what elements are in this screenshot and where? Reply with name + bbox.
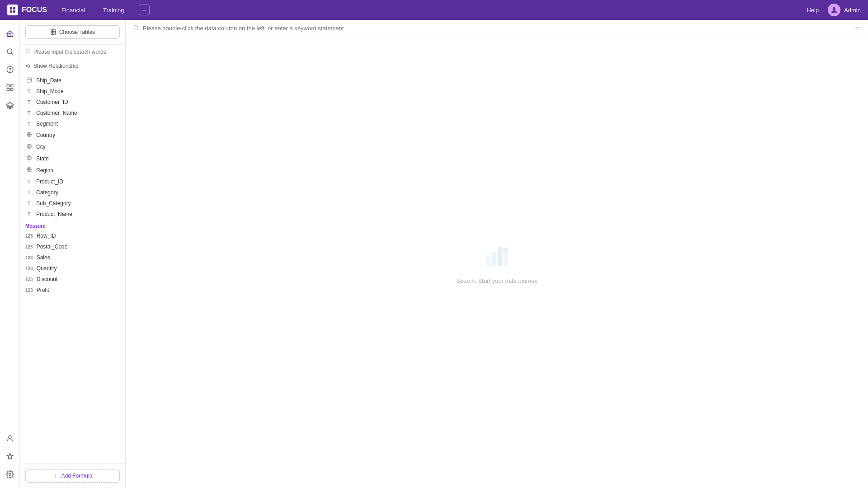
nav-help-link[interactable]: Help [807, 7, 819, 14]
svg-rect-9 [7, 84, 9, 87]
svg-point-23 [29, 64, 30, 66]
numeric-type-icon-5: 123 [25, 277, 33, 282]
svg-rect-51 [503, 249, 508, 251]
query-search-icon [133, 24, 139, 32]
table-icon [50, 29, 57, 35]
col-sales[interactable]: 123 Sales [20, 252, 125, 263]
col-sub-category[interactable]: T Sub_Category [20, 198, 125, 209]
svg-point-15 [9, 474, 11, 476]
nav-financial[interactable]: Financial [58, 5, 89, 15]
text-type-icon-5: T [25, 179, 33, 184]
logo[interactable]: FOCUS [7, 5, 47, 15]
empty-state: Search, Start your data journey [126, 37, 868, 488]
columns-list: Ship_Date T Ship_Mode T Customer_ID T Cu… [20, 73, 125, 463]
svg-rect-49 [503, 252, 508, 266]
col-ship-date[interactable]: Ship_Date [20, 75, 125, 86]
svg-rect-1 [13, 7, 15, 9]
col-sub-category-label: Sub_Category [36, 200, 71, 206]
col-city-label: City [36, 144, 46, 150]
col-ship-mode-label: Ship_Mode [36, 88, 64, 94]
col-row-id[interactable]: 123 Row_ID [20, 230, 125, 241]
sidebar-user-button[interactable] [2, 430, 18, 446]
col-postal-code[interactable]: 123 Postal_Code [20, 241, 125, 252]
col-category-label: Category [36, 189, 58, 196]
sidebar-search-button[interactable] [2, 43, 18, 60]
numeric-type-icon-3: 123 [25, 255, 33, 260]
search-field [20, 45, 125, 59]
text-type-icon-4: T [25, 121, 33, 127]
choose-tables-button[interactable]: Choose Tables [25, 25, 120, 39]
col-ship-mode[interactable]: T Ship_Mode [20, 86, 125, 97]
sidebar-grid-button[interactable] [2, 80, 18, 96]
numeric-type-icon-2: 123 [25, 244, 33, 249]
geo-type-icon-1 [25, 131, 33, 139]
geo-type-icon-2 [25, 143, 33, 150]
svg-rect-48 [498, 247, 502, 266]
relationship-icon [25, 63, 31, 69]
empty-state-icon [482, 241, 511, 272]
svg-point-22 [26, 66, 28, 67]
col-category[interactable]: T Category [20, 187, 125, 198]
add-formula-button[interactable]: Add Formula [25, 469, 120, 483]
svg-rect-12 [10, 89, 13, 91]
svg-line-26 [28, 66, 29, 67]
main-layout: Choose Tables Show Relationship [0, 20, 868, 488]
date-type-icon [25, 77, 33, 84]
nav-user-menu[interactable]: Admin [828, 4, 861, 16]
col-customer-id-label: Customer_ID [36, 99, 68, 105]
measure-section-label: Measure [20, 220, 125, 230]
svg-rect-47 [492, 251, 496, 266]
col-region[interactable]: Region [20, 164, 125, 176]
svg-line-21 [29, 52, 30, 53]
col-product-id[interactable]: T Product_ID [20, 176, 125, 187]
add-formula-label: Add Formula [61, 473, 93, 479]
sidebar-settings-button[interactable] [2, 466, 18, 483]
svg-line-42 [137, 29, 139, 30]
nav-training[interactable]: Training [99, 5, 127, 15]
nav-right-area: Help Admin [807, 4, 861, 16]
col-country[interactable]: Country [20, 129, 125, 141]
col-customer-name[interactable]: T Customer_Name [20, 108, 125, 118]
col-profit[interactable]: 123 Profit [20, 285, 125, 296]
svg-rect-2 [10, 10, 12, 13]
svg-point-8 [9, 71, 10, 71]
col-segment[interactable]: T Segment [20, 118, 125, 129]
text-type-icon-6: T [25, 190, 33, 195]
svg-point-5 [7, 49, 12, 54]
search-input[interactable] [33, 49, 120, 55]
avatar [828, 4, 840, 16]
icon-sidebar [0, 20, 20, 488]
formula-icon [53, 473, 59, 479]
col-quantity[interactable]: 123 Quantity [20, 263, 125, 274]
empty-state-text: Search, Start your data journey [456, 277, 538, 284]
svg-rect-46 [486, 256, 491, 266]
text-type-icon-3: T [25, 110, 33, 116]
nav-add-button[interactable]: + [139, 5, 150, 15]
col-customer-id[interactable]: T Customer_ID [20, 97, 125, 108]
col-state[interactable]: State [20, 153, 125, 164]
svg-rect-3 [13, 10, 15, 13]
col-product-name-label: Product_Name [36, 211, 72, 217]
sidebar-home-button[interactable] [2, 25, 18, 42]
svg-rect-27 [27, 78, 31, 82]
col-product-name[interactable]: T Product_Name [20, 209, 125, 220]
col-postal-code-label: Postal_Code [37, 244, 68, 250]
col-quantity-label: Quantity [37, 265, 57, 272]
text-type-icon-1: T [25, 89, 33, 94]
numeric-type-icon-6: 123 [25, 288, 33, 293]
col-profit-label: Profit [37, 287, 49, 293]
col-discount[interactable]: 123 Discount [20, 274, 125, 285]
query-input[interactable] [143, 25, 851, 32]
col-sales-label: Sales [37, 254, 50, 261]
logo-text: FOCUS [22, 6, 47, 14]
show-relationship-toggle[interactable]: Show Relationship [20, 59, 125, 73]
col-city[interactable]: City [20, 141, 125, 153]
sidebar-help-button[interactable] [2, 61, 18, 78]
query-settings-icon[interactable] [854, 24, 861, 32]
left-panel-top: Choose Tables [20, 20, 125, 45]
sidebar-sparkle-button[interactable] [2, 448, 18, 465]
numeric-type-icon-1: 123 [25, 234, 33, 239]
svg-rect-11 [7, 89, 9, 91]
sidebar-layers-button[interactable] [2, 98, 18, 114]
col-ship-date-label: Ship_Date [36, 77, 61, 84]
